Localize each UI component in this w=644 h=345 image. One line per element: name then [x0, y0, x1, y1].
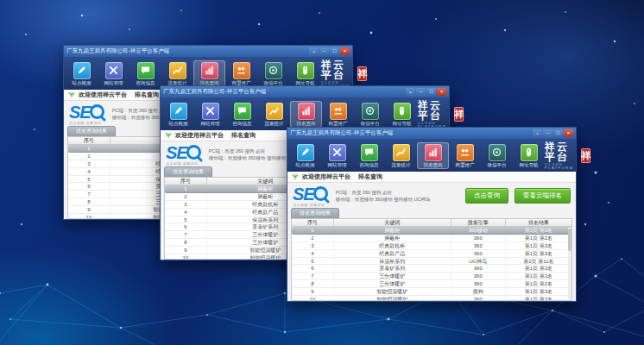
- toolbar-item-site-manage[interactable]: 网站管理: [98, 60, 129, 87]
- toolbar-item-ranking[interactable]: 排名查询: [193, 60, 225, 87]
- cell-no: 5: [68, 176, 110, 183]
- cell-engine: 360移动: [451, 227, 506, 234]
- traffic-icon: [393, 144, 410, 161]
- toolbar-item-message[interactable]: 咨询信息: [226, 101, 258, 128]
- table-row[interactable]: 6景泰炉系列360第1页 第3名: [292, 265, 571, 273]
- toolbar-item-label: 咨询信息: [136, 80, 155, 86]
- maximize-button[interactable]: □: [553, 129, 563, 137]
- maximize-button[interactable]: □: [426, 88, 436, 96]
- toolbar-item-alliance[interactable]: 商盟推广: [225, 60, 257, 87]
- toolbar-item-wechat[interactable]: 微信平台: [257, 60, 289, 87]
- view-cloud-ranking-button[interactable]: 查看云端排名: [515, 188, 571, 204]
- sprout-icon: [292, 173, 299, 180]
- toolbar-item-nav[interactable]: 网址导航: [386, 101, 418, 128]
- cell-engine: UC神马: [451, 258, 506, 265]
- close-button[interactable]: ×: [564, 129, 573, 137]
- toolbar-item-label: 微信平台: [488, 162, 507, 168]
- scrollbar-thumb[interactable]: [568, 229, 571, 251]
- minimize-button[interactable]: –: [319, 47, 329, 55]
- minimize-button[interactable]: –: [543, 129, 552, 137]
- cell-engine: 360: [451, 250, 506, 257]
- cell-no: 9: [165, 247, 207, 254]
- tab-ranking-results[interactable]: 排名查询结果: [291, 208, 339, 218]
- seo-logo-text: SE: [166, 144, 187, 161]
- table-row[interactable]: 9智能恒温暖炉搜狗第1页 第3名: [292, 288, 571, 296]
- message-icon: [137, 62, 155, 79]
- table-row[interactable]: 3经典款机柜360第1页 第3名: [292, 242, 571, 250]
- toolbar-item-traffic[interactable]: 流量统计: [385, 142, 417, 169]
- titlebar[interactable]: 广东九鼎王厨具有限公司-祥云平台客户端 ⌄–□×: [64, 46, 352, 57]
- toolbar-item-label: 微信平台: [361, 121, 380, 127]
- toolbar-item-label: 站点检测: [296, 162, 315, 168]
- skin-button[interactable]: ⌄: [533, 129, 542, 137]
- toolbar-items: 站点检测网站管理咨询信息流量统计排名查询商盟推广微信平台网址导航: [162, 101, 418, 128]
- toolbar-item-message[interactable]: 咨询信息: [129, 60, 161, 87]
- toolbar-item-site-check[interactable]: 站点检测: [162, 101, 194, 128]
- cell-no: 2: [292, 235, 334, 242]
- toolbar-item-wechat[interactable]: 微信平台: [354, 101, 386, 128]
- app-window-front[interactable]: 广东九鼎王厨具有限公司-祥云平台客户端 ⌄–□× 站点检测网站管理咨询信息流量统…: [287, 127, 577, 302]
- titlebar[interactable]: 广东九鼎王厨具有限公司-祥云平台客户端 ⌄–□×: [161, 86, 449, 97]
- table-scrollbar[interactable]: [568, 228, 571, 300]
- tab-ranking-results[interactable]: 排名查询结果: [164, 166, 212, 177]
- table-header: 序号关键词搜索引擎排名结果: [292, 219, 571, 227]
- alliance-icon: [233, 62, 250, 79]
- cell-keyword: 经典款机柜: [334, 242, 451, 249]
- toolbar-item-wechat[interactable]: 微信平台: [481, 142, 513, 169]
- cell-no: 8: [68, 198, 110, 205]
- window-title: 广东九鼎王厨具有限公司-祥云平台客户端: [66, 47, 169, 55]
- tab-ranking-results[interactable]: 排名查询结果: [67, 126, 116, 136]
- query-button[interactable]: 点击查询: [465, 188, 508, 204]
- table-row[interactable]: 7三分体暖炉360第1页 第3名: [292, 273, 571, 280]
- toolbar-item-message[interactable]: 咨询信息: [353, 142, 385, 169]
- close-button[interactable]: ×: [437, 88, 446, 96]
- ranking-results-table: 序号关键词搜索引擎排名结果 1屏蔽柜360移动第1页 第3名2屏蔽柜360第1页…: [291, 218, 572, 301]
- cell-result: 第1页 第3名: [506, 273, 571, 279]
- welcome-text: 欢迎使用祥云平台: [79, 91, 127, 99]
- toolbar-item-label: 排名查询: [297, 121, 316, 127]
- ranking-icon: [298, 103, 315, 120]
- ranking-icon: [425, 144, 442, 161]
- toolbar-item-alliance[interactable]: 商盟推广: [449, 142, 481, 169]
- skin-button[interactable]: ⌄: [309, 47, 319, 55]
- toolbar-item-site-check[interactable]: 站点检测: [66, 60, 98, 87]
- cell-no: 3: [68, 160, 110, 167]
- titlebar[interactable]: 广东九鼎王厨具有限公司-祥云平台客户端 ⌄–□×: [287, 128, 576, 139]
- toolbar-item-site-manage[interactable]: 网站管理: [321, 142, 353, 169]
- brand-logo: 祥云平台 CLOUD PLATFORM 祥: [418, 100, 465, 129]
- sprout-icon: [68, 91, 75, 98]
- cell-no: 4: [292, 250, 334, 257]
- table-row[interactable]: 1屏蔽柜360移动第1页 第3名: [292, 227, 571, 235]
- table-row[interactable]: 5保温柜系列UC神马第2页 第11名: [292, 258, 571, 266]
- toolbar-item-site-check[interactable]: 站点检测: [289, 142, 321, 169]
- toolbar-item-nav[interactable]: 网址导航: [289, 60, 321, 87]
- table-row[interactable]: 2屏蔽柜360第1页 第2名: [292, 235, 571, 242]
- table-row[interactable]: 4经典款产品360第1页 第3名: [292, 250, 571, 258]
- brand-name: 祥云平台: [418, 100, 451, 121]
- welcome-section-label: 排名查询: [231, 131, 256, 140]
- toolbar-item-alliance[interactable]: 商盟推广: [322, 101, 354, 128]
- toolbar-item-site-manage[interactable]: 网站管理: [194, 101, 226, 128]
- table-row[interactable]: 10智能恒温暖炉360第1页 第3名: [292, 296, 571, 301]
- minimize-button[interactable]: –: [416, 88, 426, 96]
- toolbar-item-nav[interactable]: 网址导航: [513, 142, 545, 169]
- toolbar-item-label: 网站管理: [201, 121, 220, 127]
- engine-line-mobile: 移动端：百度移动 360移动 搜狗移动 UC神马: [336, 197, 431, 202]
- nav-icon: [521, 144, 538, 161]
- close-button[interactable]: ×: [340, 47, 350, 55]
- maximize-button[interactable]: □: [330, 47, 339, 55]
- cell-no: 9: [68, 206, 110, 213]
- toolbar-item-traffic[interactable]: 流量统计: [258, 101, 290, 128]
- cell-no: 1: [165, 185, 207, 192]
- toolbar-item-ranking[interactable]: 排名查询: [290, 101, 322, 128]
- column-header-0: 序号: [292, 219, 334, 226]
- toolbar-item-traffic[interactable]: 流量统计: [161, 60, 193, 87]
- cell-no: 7: [292, 273, 334, 279]
- toolbar-item-ranking[interactable]: 排名查询: [417, 142, 449, 169]
- message-icon: [234, 103, 251, 120]
- cell-no: 8: [165, 239, 207, 246]
- skin-button[interactable]: ⌄: [406, 88, 415, 96]
- cell-result: 第1页 第3名: [506, 242, 571, 249]
- table-row[interactable]: 8三分体暖炉360第1页 第2名: [292, 280, 571, 288]
- cell-engine: 360: [451, 296, 506, 301]
